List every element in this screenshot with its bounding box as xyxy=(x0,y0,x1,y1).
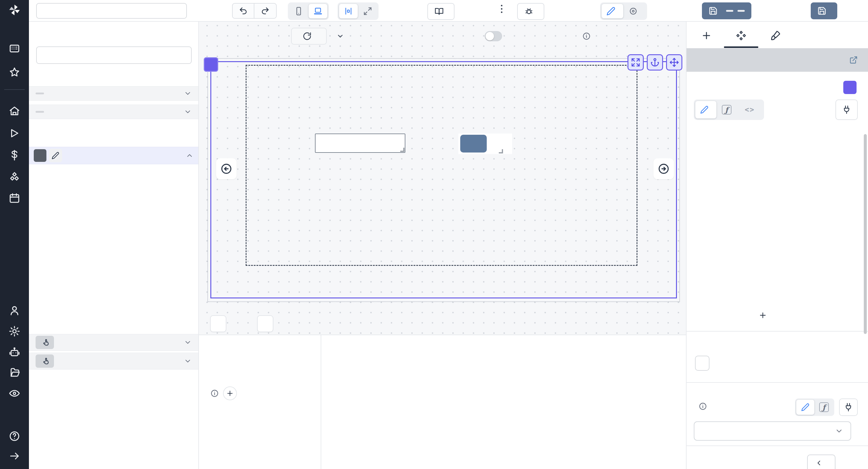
info-icon xyxy=(210,389,219,398)
button-component-cell[interactable] xyxy=(458,133,512,154)
state-badge xyxy=(36,111,44,113)
home-icon[interactable] xyxy=(8,104,21,117)
timing-eval-button[interactable]: ƒ xyxy=(815,400,833,415)
help-icon[interactable] xyxy=(8,430,21,442)
preview-tab[interactable] xyxy=(624,4,646,19)
component-row-carousel[interactable] xyxy=(29,147,198,164)
move-component-button[interactable] xyxy=(666,54,682,70)
ctrl-key-badge xyxy=(726,10,733,12)
save-draft-button[interactable] xyxy=(702,2,751,19)
settings-gear-icon[interactable] xyxy=(8,325,21,338)
scrollbar-thumb[interactable] xyxy=(864,134,867,334)
lille-button[interactable] xyxy=(460,135,487,153)
insert-component-tab[interactable] xyxy=(701,30,712,41)
anchor-component-button[interactable] xyxy=(647,54,663,70)
carousel-prev-button[interactable] xyxy=(216,158,237,179)
data-source-component-badge xyxy=(843,81,857,94)
hand-pointer-icon xyxy=(42,339,50,347)
chevron-down-icon xyxy=(184,108,192,116)
apps-icon[interactable] xyxy=(8,42,21,55)
expand-sidebar-arrow-icon[interactable] xyxy=(8,450,21,462)
resize-handle[interactable] xyxy=(400,148,404,152)
redo-button[interactable] xyxy=(254,3,277,19)
audit-eye-icon[interactable] xyxy=(8,387,21,400)
resize-handle[interactable] xyxy=(499,149,503,153)
move-icon xyxy=(670,58,679,67)
compute-mode-button[interactable]: <> xyxy=(740,101,763,119)
more-options-kebab-icon[interactable] xyxy=(495,5,507,17)
desktop-icon xyxy=(313,7,322,16)
rename-pencil-icon[interactable] xyxy=(49,149,62,162)
windmill-logo-icon[interactable] xyxy=(8,4,21,16)
recompute-control[interactable] xyxy=(695,356,710,371)
hand-pointer-icon xyxy=(42,357,50,365)
schedules-calendar-icon[interactable] xyxy=(8,192,21,205)
component-settings-icon xyxy=(736,30,747,41)
resources-boxes-icon[interactable] xyxy=(8,170,21,183)
timing-function-select[interactable] xyxy=(694,421,851,441)
see-documentation-link[interactable] xyxy=(846,56,858,64)
section-divider xyxy=(687,382,868,383)
folders-icon[interactable] xyxy=(8,367,21,379)
undo-button[interactable] xyxy=(232,3,254,19)
plug-icon xyxy=(842,105,851,114)
chevron-down-icon xyxy=(336,32,344,40)
ctx-row[interactable] xyxy=(29,86,198,101)
mobile-view-button[interactable] xyxy=(289,4,308,19)
zoom-in-button[interactable] xyxy=(257,315,273,332)
timing-plug-button[interactable] xyxy=(839,399,858,416)
hide-bar-toggle[interactable] xyxy=(485,31,502,41)
debug-runs-button[interactable] xyxy=(517,3,544,20)
component-tag xyxy=(204,57,218,72)
app-canvas[interactable] xyxy=(199,22,686,335)
carousel-next-icon xyxy=(658,163,670,175)
variables-dollar-icon[interactable] xyxy=(8,149,21,162)
email-field[interactable] xyxy=(315,133,405,153)
component-row-button[interactable] xyxy=(29,353,198,370)
ctx-badge xyxy=(36,93,44,94)
run-mode-dropdown[interactable] xyxy=(333,28,344,44)
state-row[interactable] xyxy=(29,104,198,119)
save-icon xyxy=(709,6,718,15)
editor-tab[interactable] xyxy=(601,4,623,19)
styling-tab[interactable] xyxy=(770,30,782,41)
compute-icon: <> xyxy=(745,105,755,114)
timing-static-button[interactable] xyxy=(796,400,814,415)
add-item-button[interactable] xyxy=(694,309,836,322)
panel-divider xyxy=(321,335,321,469)
component-settings-tab[interactable] xyxy=(735,30,747,41)
connect-plug-button[interactable] xyxy=(835,99,858,120)
styling-show-button[interactable] xyxy=(807,455,835,469)
refresh-counter-button[interactable] xyxy=(291,28,327,44)
editor-icon xyxy=(700,105,709,114)
plus-icon xyxy=(701,30,712,41)
component-row-email[interactable] xyxy=(29,334,198,351)
tutorials-icon xyxy=(435,7,444,16)
zoom-out-button[interactable] xyxy=(210,315,226,332)
undo-icon xyxy=(239,6,248,15)
runs-play-icon[interactable] xyxy=(8,127,21,139)
timing-mode-toggle: ƒ xyxy=(795,399,834,416)
app-summary-input[interactable] xyxy=(36,3,187,19)
tutorials-button[interactable] xyxy=(427,3,455,20)
workers-robot-icon[interactable] xyxy=(8,346,21,359)
styling-icon xyxy=(771,30,781,41)
favorites-star-icon[interactable] xyxy=(8,66,21,79)
deploy-button[interactable] xyxy=(811,2,837,19)
eval-mode-button[interactable]: ƒ xyxy=(717,101,739,119)
static-mode-button[interactable] xyxy=(695,101,716,119)
carousel-prev-icon xyxy=(220,163,232,175)
component-settings-panel: ƒ <> ƒ xyxy=(686,22,868,469)
expand-component-button[interactable] xyxy=(627,54,644,70)
carousel-item-container[interactable] xyxy=(246,65,638,266)
center-content-button[interactable] xyxy=(339,4,358,19)
anchor-icon xyxy=(650,58,660,67)
users-icon[interactable] xyxy=(8,304,21,317)
desktop-view-button[interactable] xyxy=(309,4,327,19)
info-icon xyxy=(582,32,591,40)
add-background-runnable-button[interactable] xyxy=(223,386,237,400)
carousel-next-button[interactable] xyxy=(653,158,674,179)
search-outputs-input[interactable] xyxy=(36,46,192,64)
fullwidth-button[interactable] xyxy=(358,4,377,19)
section-divider xyxy=(687,331,868,332)
